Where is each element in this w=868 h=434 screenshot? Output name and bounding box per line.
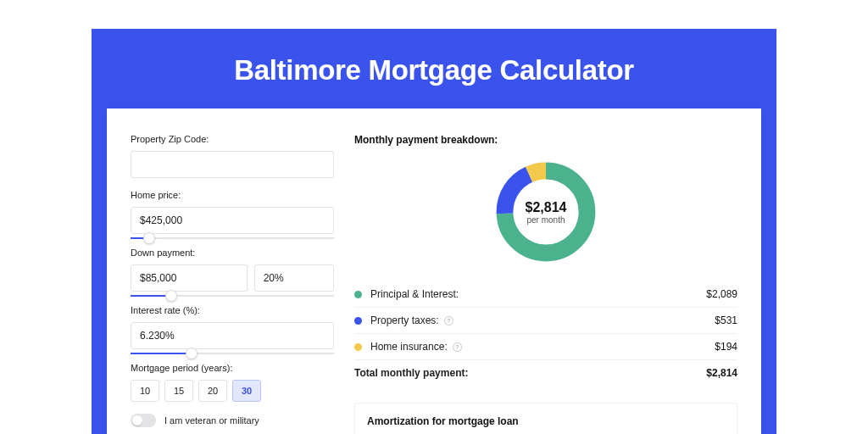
- home-price-label: Home price:: [131, 190, 334, 200]
- legend-label: Home insurance: ?: [370, 341, 715, 353]
- legend-value: $2,089: [706, 288, 737, 300]
- period-option-10[interactable]: 10: [131, 380, 159, 402]
- interest-group: Interest rate (%):: [131, 305, 334, 354]
- legend-label: Property taxes: ?: [370, 314, 715, 326]
- legend-row-insurance: Home insurance: ? $194: [354, 334, 737, 360]
- period-group: Mortgage period (years): 10 15 20 30: [131, 363, 334, 402]
- interest-input[interactable]: [131, 322, 334, 349]
- interest-label: Interest rate (%):: [131, 305, 334, 315]
- donut-sub: per month: [526, 215, 565, 225]
- breakdown-column: Monthly payment breakdown: $2,814 per mo…: [354, 134, 737, 434]
- slider-fill: [131, 353, 192, 354]
- breakdown-title: Monthly payment breakdown:: [354, 134, 737, 146]
- legend-row-total: Total monthly payment: $2,814: [354, 360, 737, 386]
- amortization-title: Amortization for mortgage loan: [367, 415, 725, 427]
- down-payment-group: Down payment:: [131, 248, 334, 297]
- down-payment-amount-input[interactable]: [131, 264, 248, 292]
- period-option-30[interactable]: 30: [232, 380, 261, 402]
- home-price-slider[interactable]: [131, 237, 334, 239]
- down-payment-percent-input[interactable]: [254, 264, 334, 292]
- slider-thumb[interactable]: [143, 232, 155, 244]
- legend-row-principal: Principal & Interest: $2,089: [354, 281, 737, 308]
- legend-dot-icon: [354, 317, 362, 325]
- donut-chart-wrap: $2,814 per month: [354, 158, 737, 266]
- amortization-box: Amortization for mortgage loan Amortizat…: [354, 403, 737, 434]
- donut-chart: $2,814 per month: [492, 158, 600, 266]
- legend-dot-icon: [354, 343, 362, 351]
- legend-text: Property taxes:: [370, 314, 439, 326]
- total-label: Total monthly payment:: [354, 367, 706, 379]
- legend-label: Principal & Interest:: [370, 288, 706, 300]
- veteran-row: I am veteran or military: [131, 414, 334, 427]
- down-payment-slider[interactable]: [131, 295, 334, 297]
- donut-center: $2,814 per month: [492, 158, 600, 266]
- info-icon[interactable]: ?: [453, 342, 462, 352]
- legend-row-taxes: Property taxes: ? $531: [354, 308, 737, 334]
- home-price-input[interactable]: [131, 207, 334, 234]
- card-inner: Property Zip Code: Home price: Down paym…: [107, 108, 761, 434]
- slider-thumb[interactable]: [165, 290, 177, 302]
- legend-dot-icon: [354, 291, 362, 298]
- info-icon[interactable]: ?: [444, 316, 453, 326]
- legend-text: Principal & Interest:: [370, 288, 459, 300]
- slider-thumb[interactable]: [186, 348, 198, 359]
- form-column: Property Zip Code: Home price: Down paym…: [131, 134, 334, 434]
- toggle-knob: [132, 415, 142, 426]
- zip-field-group: Property Zip Code:: [131, 134, 334, 178]
- page-root: Baltimore Mortgage Calculator Property Z…: [0, 0, 868, 434]
- total-value: $2,814: [706, 367, 737, 379]
- zip-label: Property Zip Code:: [131, 134, 334, 144]
- period-options: 10 15 20 30: [131, 380, 334, 402]
- period-label: Mortgage period (years):: [131, 363, 334, 373]
- home-price-group: Home price:: [131, 190, 334, 239]
- legend-value: $531: [715, 314, 737, 326]
- legend-text: Home insurance:: [370, 341, 448, 353]
- donut-amount: $2,814: [526, 200, 567, 215]
- veteran-label: I am veteran or military: [164, 415, 259, 426]
- zip-input[interactable]: [131, 151, 334, 178]
- period-option-15[interactable]: 15: [164, 380, 193, 402]
- calculator-card: Property Zip Code: Home price: Down paym…: [107, 108, 761, 434]
- interest-slider[interactable]: [131, 353, 334, 354]
- veteran-toggle[interactable]: [131, 414, 156, 427]
- down-payment-label: Down payment:: [131, 248, 334, 258]
- legend-value: $194: [715, 341, 737, 353]
- period-option-20[interactable]: 20: [198, 380, 227, 402]
- page-title: Baltimore Mortgage Calculator: [92, 29, 776, 86]
